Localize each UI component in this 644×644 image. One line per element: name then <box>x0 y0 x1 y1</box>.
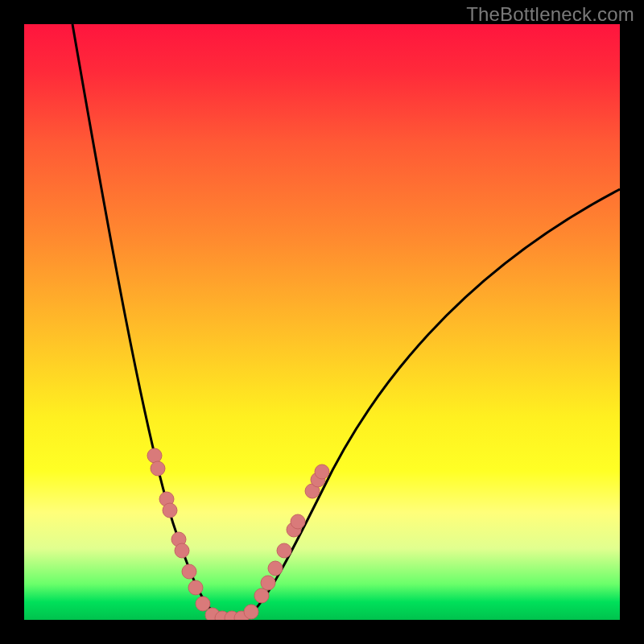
data-marker <box>291 514 305 529</box>
chart-plot-area <box>24 24 620 620</box>
data-marker <box>151 461 165 476</box>
data-marker <box>147 448 162 463</box>
data-marker <box>254 588 269 603</box>
data-marker <box>244 605 258 619</box>
data-markers-group <box>147 448 329 620</box>
data-marker <box>182 564 196 579</box>
data-marker <box>268 561 283 576</box>
chart-svg <box>24 24 620 620</box>
data-marker <box>261 576 275 590</box>
data-marker <box>196 597 210 611</box>
bottleneck-curve <box>72 24 620 619</box>
data-marker <box>175 543 189 558</box>
data-marker <box>277 543 291 558</box>
data-marker <box>163 503 177 518</box>
watermark-text: TheBottleneck.com <box>466 3 634 26</box>
data-marker <box>315 464 329 479</box>
data-marker <box>188 580 203 595</box>
